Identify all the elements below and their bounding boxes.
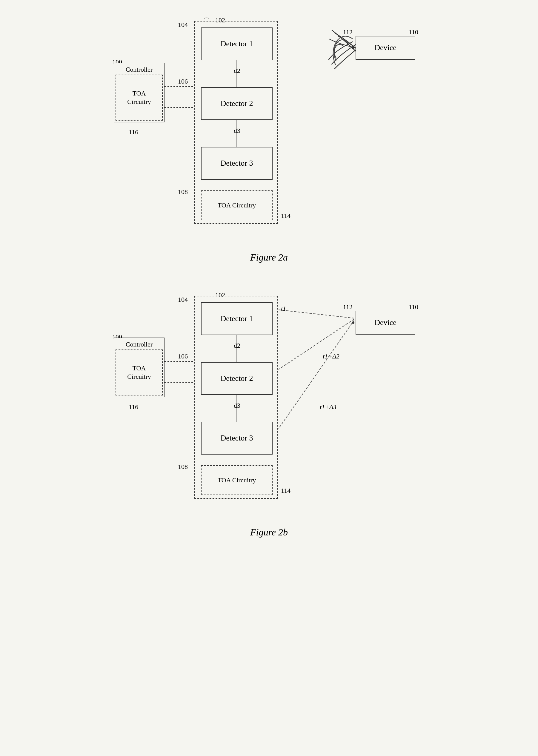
device-antenna-2a xyxy=(352,47,354,49)
figure-2a-section: 102 ⌒ 104 106 108 100 116 110 112 114 Co… xyxy=(30,12,508,263)
d3-label-2b: d3 xyxy=(234,402,240,410)
diagram-2a: 102 ⌒ 104 106 108 100 116 110 112 114 Co… xyxy=(105,12,433,245)
ref-116-2a: 116 xyxy=(129,128,138,136)
t1-label: t1 xyxy=(281,305,286,313)
ref-108-2a: 108 xyxy=(178,188,188,196)
d3-label-2a: d3 xyxy=(234,127,240,134)
controller-box-2a: Controller TOACircuitry xyxy=(114,63,165,123)
ref-116-2b: 116 xyxy=(129,403,138,411)
ref-108-2b: 108 xyxy=(178,463,188,471)
ref-106-2a: 106 xyxy=(178,77,188,85)
detector-2-2a: Detector 2 xyxy=(201,87,273,120)
detector-3-2b: Detector 3 xyxy=(201,422,273,455)
d2-label-2b: d2 xyxy=(234,342,240,349)
svg-line-21 xyxy=(279,319,354,370)
toa-circuitry-2a: TOACircuitry xyxy=(116,75,163,121)
toa-text-2a: TOACircuitry xyxy=(127,89,151,106)
detector-2-2b: Detector 2 xyxy=(201,362,273,395)
ref-104-2b: 104 xyxy=(178,296,188,304)
toa-text-2b: TOACircuitry xyxy=(127,364,151,381)
ref-104-2a: 104 xyxy=(178,21,188,29)
detector-3-2a: Detector 3 xyxy=(201,147,273,180)
device-box-2b: Device xyxy=(355,311,415,334)
toa-circuitry-2b: TOACircuitry xyxy=(116,349,163,395)
figure-2b-section: 102 104 106 108 100 116 110 112 114 t1 t… xyxy=(30,287,508,538)
ref-110-2a: 110 xyxy=(409,28,418,36)
ref-110-2b: 110 xyxy=(409,303,418,311)
controller-label-2b: Controller xyxy=(126,340,153,348)
fig2a-caption: Figure 2a xyxy=(250,252,288,263)
device-antenna-2b xyxy=(352,322,354,324)
controller-box-2b: Controller TOACircuitry xyxy=(114,337,165,397)
ref-114-2a: 114 xyxy=(281,212,291,220)
detector-group-2b: Detector 1 d2 Detector 2 d3 Detector 3 T… xyxy=(194,296,278,499)
fig2b-caption: Figure 2b xyxy=(250,527,288,538)
t1-delta2-label: t1+Δ2 xyxy=(323,352,340,360)
svg-line-22 xyxy=(279,320,354,428)
ref-106-2b: 106 xyxy=(178,352,188,360)
ref-112-2b: 112 xyxy=(343,303,352,311)
controller-label-2a: Controller xyxy=(126,66,153,74)
toa-bottom-2a: TOA Circuitry xyxy=(201,190,273,220)
t1-delta3-label: t1+Δ3 xyxy=(320,403,337,411)
detector-1-2b: Detector 1 xyxy=(201,302,273,335)
page-container: 102 ⌒ 104 106 108 100 116 110 112 114 Co… xyxy=(30,12,508,538)
diagram-2b: 102 104 106 108 100 116 110 112 114 t1 t… xyxy=(105,287,433,520)
ref-114-2b: 114 xyxy=(281,487,291,494)
svg-line-20 xyxy=(279,310,354,318)
d2-label-2a: d2 xyxy=(234,67,240,75)
device-box-2a: Device xyxy=(355,36,415,60)
ref-112-2a: 112 xyxy=(343,28,352,36)
detector-1-2a: Detector 1 xyxy=(201,27,273,60)
toa-bottom-2b: TOA Circuitry xyxy=(201,465,273,495)
detector-group-2a: Detector 1 d2 Detector 2 d3 Detector 3 T… xyxy=(194,21,278,224)
